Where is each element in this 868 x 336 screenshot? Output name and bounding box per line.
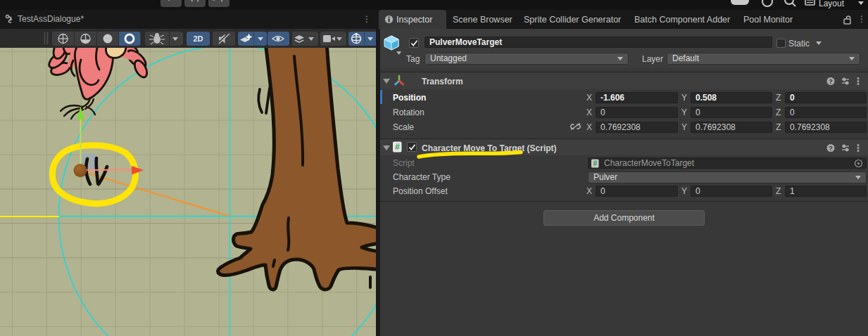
svg-text:#: # — [593, 160, 597, 167]
svg-text:?: ? — [829, 145, 833, 152]
svg-text:?: ? — [829, 78, 833, 85]
svg-text:#: # — [395, 142, 400, 152]
svg-text:2D: 2D — [193, 34, 203, 43]
svg-text:Layout: Layout — [819, 0, 845, 8]
